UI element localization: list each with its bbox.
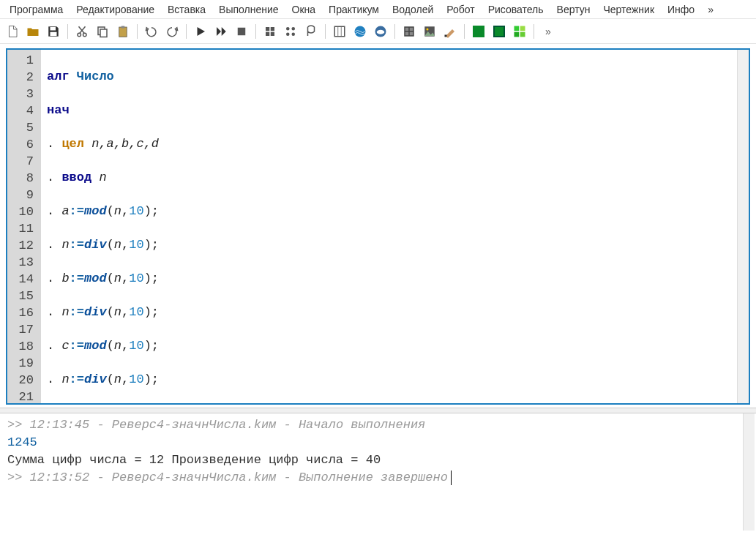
svg-rect-7: [121, 26, 125, 28]
cloud-icon[interactable]: [373, 23, 389, 40]
toolbar: »: [0, 19, 756, 44]
svg-rect-12: [271, 31, 274, 35]
svg-point-14: [292, 27, 296, 31]
menu-item-info[interactable]: Инфо: [661, 1, 701, 18]
copy-icon[interactable]: [94, 23, 111, 40]
waves-icon[interactable]: [352, 23, 368, 40]
menu-item-program[interactable]: Программа: [3, 1, 70, 18]
run-fast-icon[interactable]: [213, 23, 229, 40]
svg-point-13: [286, 27, 290, 31]
svg-rect-32: [520, 31, 525, 37]
svg-rect-22: [405, 27, 409, 31]
console-output: Сумма цифр числа = 12 Произведение цифр …: [7, 451, 750, 469]
menu-item-robot[interactable]: Робот: [440, 1, 481, 18]
svg-rect-1: [50, 31, 57, 35]
open-file-icon[interactable]: [25, 23, 41, 40]
output-console[interactable]: >> 12:13:45 - Реверс4-значнЧисла.kим - Н…: [3, 413, 755, 531]
tiles-icon[interactable]: [401, 23, 417, 40]
green3-icon[interactable]: [512, 23, 528, 40]
paste-icon[interactable]: [115, 23, 131, 40]
svg-rect-29: [514, 26, 520, 31]
run-icon[interactable]: [192, 23, 209, 40]
new-file-icon[interactable]: [4, 23, 20, 40]
menu-item-run[interactable]: Выполнение: [212, 1, 285, 18]
menu-overflow[interactable]: »: [701, 1, 720, 18]
svg-rect-11: [266, 31, 269, 35]
image-icon[interactable]: [422, 23, 438, 40]
console-log-start: >> 12:13:45 - Реверс4-значнЧисла.kим - Н…: [7, 416, 750, 434]
separator: [325, 24, 326, 39]
svg-rect-10: [271, 27, 274, 31]
splitter[interactable]: [0, 408, 756, 413]
menu-item-draftsman[interactable]: Чертежник: [596, 1, 661, 18]
vars-icon[interactable]: [303, 23, 319, 40]
svg-rect-0: [50, 27, 56, 31]
svg-rect-25: [410, 31, 413, 35]
console-scrollbar[interactable]: [743, 413, 755, 531]
editor-scrollbar[interactable]: [737, 50, 749, 403]
undo-icon[interactable]: [143, 23, 160, 40]
separator: [464, 24, 465, 39]
separator: [394, 24, 395, 39]
console-log-end: >> 12:13:52 - Реверс4-значнЧисла.kим - В…: [7, 469, 750, 487]
menu-item-insert[interactable]: Вставка: [161, 1, 212, 18]
menu-bar: Программа Редактирование Вставка Выполне…: [0, 0, 756, 19]
code-editor[interactable]: 1234567 891011121314 15161718192021 алг …: [6, 48, 750, 405]
cut-icon[interactable]: [74, 23, 90, 40]
menu-item-vertun[interactable]: Вертун: [550, 1, 597, 18]
text-cursor: [451, 471, 452, 485]
grid-icon[interactable]: [332, 23, 348, 40]
svg-rect-28: [445, 34, 447, 37]
svg-point-15: [286, 32, 290, 36]
menu-item-vodoley[interactable]: Водолей: [386, 1, 440, 18]
separator: [534, 24, 534, 39]
save-icon[interactable]: [45, 23, 61, 40]
svg-point-20: [377, 29, 385, 34]
svg-rect-9: [266, 27, 269, 31]
line-number-gutter: 1234567 891011121314 15161718192021: [7, 50, 41, 403]
stop-icon[interactable]: [233, 23, 250, 40]
svg-rect-17: [334, 26, 345, 37]
console-input-echo: 1245: [7, 434, 750, 451]
separator: [186, 24, 187, 39]
svg-rect-5: [100, 29, 107, 37]
svg-point-16: [292, 32, 296, 36]
menu-item-edit[interactable]: Редактирование: [70, 1, 161, 18]
menu-item-windows[interactable]: Окна: [285, 1, 323, 18]
separator: [137, 24, 138, 39]
svg-rect-6: [119, 27, 127, 37]
svg-rect-8: [238, 27, 246, 35]
svg-rect-24: [405, 31, 409, 35]
green2-icon[interactable]: [491, 23, 507, 40]
svg-point-27: [427, 28, 429, 30]
paint-icon[interactable]: [442, 23, 458, 40]
svg-rect-31: [514, 31, 520, 37]
more-icon[interactable]: »: [540, 23, 556, 40]
menu-item-drawer[interactable]: Рисователь: [482, 1, 550, 18]
code-area[interactable]: алг Число нач . цел n,a,b,c,d . ввод n .…: [41, 50, 737, 403]
separator: [67, 24, 68, 39]
svg-point-2: [78, 33, 81, 37]
step-icon[interactable]: [282, 23, 299, 40]
svg-rect-30: [520, 26, 525, 31]
svg-point-3: [83, 33, 87, 37]
reset-icon[interactable]: [262, 23, 278, 40]
green1-icon[interactable]: [471, 23, 487, 40]
separator: [255, 24, 256, 39]
svg-rect-23: [410, 27, 413, 31]
redo-icon[interactable]: [164, 23, 180, 40]
menu-item-practicum[interactable]: Практикум: [322, 1, 386, 18]
